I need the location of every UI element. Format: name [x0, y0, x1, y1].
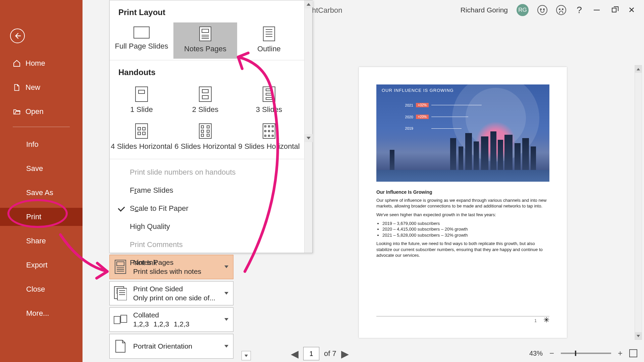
- layout-notes-pages[interactable]: Notes Pages: [173, 22, 237, 59]
- setting-collated[interactable]: Collated1,2,3 1,2,3 1,2,3: [109, 307, 233, 332]
- svg-rect-13: [114, 316, 120, 324]
- notes-bullet: 2020 – 4,415,000 subscribers – 20% growt…: [382, 226, 549, 232]
- company-logo-icon: ✳: [543, 316, 549, 324]
- sidebar-save[interactable]: Save: [0, 160, 83, 178]
- opt-print-slide-numbers: Print slide numbers on handouts: [110, 163, 312, 181]
- collated-icon: [114, 313, 127, 326]
- close-window-button[interactable]: ✕: [627, 6, 636, 14]
- opt-print-comments: Print Comments: [110, 236, 312, 254]
- option-label: Notes Pages: [173, 45, 237, 53]
- opt-scale-to-fit[interactable]: Scale to Fit Paper: [110, 199, 312, 218]
- opt-frame-slides[interactable]: Frame Slides: [110, 181, 312, 199]
- sidebar-divider: [13, 127, 70, 127]
- option-label: 4 Slides Horizontal: [110, 142, 173, 151]
- arrow-left-icon: [14, 32, 21, 40]
- option-label: 9 Slides Horizontal: [237, 142, 301, 151]
- option-label: 3 Slides: [237, 105, 301, 114]
- portrait-icon: [114, 340, 127, 353]
- check-icon: [118, 204, 125, 212]
- user-name: Richard Goring: [461, 6, 508, 14]
- layout-full-page[interactable]: Full Page Slides: [110, 22, 173, 59]
- chevron-down-icon: [224, 318, 228, 321]
- notes-bullet: 2021 – 5,828,000 subscribers – 32% growt…: [382, 232, 549, 238]
- sidebar-new[interactable]: New: [0, 78, 83, 97]
- sidebar-info[interactable]: Info: [0, 135, 83, 154]
- page-navigation: ◀ of 7 ▶: [291, 347, 349, 360]
- print-preview-page: OUR INFLUENCE IS GROWING 2021+32% 2020+2…: [359, 67, 567, 338]
- sidebar-print[interactable]: Print: [0, 208, 83, 226]
- sidebar-label: Open: [25, 107, 44, 116]
- help-icon[interactable]: ?: [575, 6, 584, 14]
- restore-button[interactable]: [610, 6, 619, 14]
- scroll-up-button[interactable]: [305, 0, 313, 8]
- notes-bullet: 2019 – 3,679,000 subscribers: [382, 221, 549, 227]
- current-page-input[interactable]: [303, 347, 319, 360]
- handout-1-slide[interactable]: 1 Slide: [110, 82, 173, 119]
- setting-sided[interactable]: Print One SidedOnly print on one side of…: [109, 281, 233, 306]
- sidebar-label: Close: [26, 285, 45, 294]
- handout-2-slides[interactable]: 2 Slides: [173, 82, 237, 119]
- sidebar-save-as[interactable]: Save As: [0, 184, 83, 202]
- opt-print-ink[interactable]: Print Ink: [110, 254, 312, 272]
- sidebar-label: Share: [26, 237, 46, 245]
- chevron-down-icon: [224, 345, 228, 348]
- option-label: 2 Slides: [173, 105, 237, 114]
- zoom-slider[interactable]: [561, 353, 611, 354]
- notes-heading: Our Influence Is Growing: [376, 189, 549, 195]
- sidebar-label: Save: [26, 164, 43, 173]
- slide-title-text: OUR INFLUENCE IS GROWING: [382, 88, 454, 93]
- zoom-out-button[interactable]: −: [548, 350, 555, 357]
- setting-title: Portrait Orientation: [133, 342, 192, 351]
- minimize-button[interactable]: [592, 6, 601, 14]
- sidebar-label: Save As: [26, 188, 53, 197]
- setting-subtitle: 1,2,3 1,2,3 1,2,3: [133, 319, 190, 328]
- sidebar-label: More...: [26, 309, 49, 318]
- handout-6-horizontal[interactable]: 6 Slides Horizontal: [173, 119, 237, 156]
- sidebar-label: Print: [26, 213, 41, 221]
- notes-paragraph: Looking into the future, we need to find…: [376, 241, 549, 258]
- option-label: Outline: [237, 45, 301, 53]
- option-label: Full Page Slides: [110, 42, 173, 51]
- next-page-button[interactable]: ▶: [341, 348, 349, 360]
- preview-scrollbar[interactable]: [635, 65, 642, 340]
- slide-thumbnail: OUR INFLUENCE IS GROWING 2021+32% 2020+2…: [376, 84, 549, 182]
- setting-title: Collated: [133, 310, 190, 319]
- user-avatar[interactable]: RG: [517, 4, 529, 16]
- scroll-down-button[interactable]: [635, 332, 642, 340]
- zoom-controls: 43% − +: [529, 349, 637, 357]
- sidebar-share[interactable]: Share: [0, 232, 83, 250]
- new-icon: [13, 83, 21, 92]
- handout-4-horizontal[interactable]: 4 Slides Horizontal: [110, 119, 173, 156]
- layout-outline[interactable]: Outline: [237, 22, 301, 59]
- setting-orientation[interactable]: Portrait Orientation: [109, 334, 233, 359]
- scroll-down-button[interactable]: [305, 134, 313, 142]
- feedback-sad-icon[interactable]: [556, 5, 566, 15]
- sidebar-export[interactable]: Export: [0, 256, 83, 274]
- handout-3-slides[interactable]: 3 Slides: [237, 82, 301, 119]
- document-title-partial: htCarbon: [312, 6, 342, 15]
- sidebar-close[interactable]: Close: [0, 280, 83, 298]
- zoom-to-fit-button[interactable]: [629, 349, 637, 357]
- page-count: of 7: [324, 349, 336, 358]
- page-number: 1: [534, 318, 537, 323]
- sidebar-label: New: [25, 83, 40, 92]
- notes-paragraph: We've seen higher than expected growth i…: [376, 212, 549, 218]
- handout-9-horizontal[interactable]: 9 Slides Horizontal: [237, 119, 301, 156]
- back-button[interactable]: [10, 28, 25, 43]
- prev-page-button[interactable]: ◀: [291, 348, 299, 360]
- feedback-happy-icon[interactable]: [537, 5, 547, 15]
- setting-subtitle: Only print on one side of...: [133, 293, 215, 302]
- opt-high-quality[interactable]: High Quality: [110, 218, 312, 236]
- settings-overflow-button[interactable]: [241, 351, 251, 360]
- sidebar-home[interactable]: Home: [0, 54, 83, 72]
- one-sided-icon: [114, 287, 127, 300]
- scroll-up-button[interactable]: [635, 65, 642, 73]
- option-label: 1 Slide: [110, 105, 173, 114]
- footer-divider: [376, 316, 549, 316]
- zoom-in-button[interactable]: +: [616, 350, 624, 357]
- sidebar-label: Home: [25, 59, 45, 68]
- sidebar-open[interactable]: Open: [0, 103, 83, 121]
- sidebar-more[interactable]: More...: [0, 304, 83, 322]
- title-bar-right: Richard Goring RG ? ✕: [461, 0, 644, 20]
- notes-paragraph: Our sphere of influence is growing as we…: [376, 197, 549, 209]
